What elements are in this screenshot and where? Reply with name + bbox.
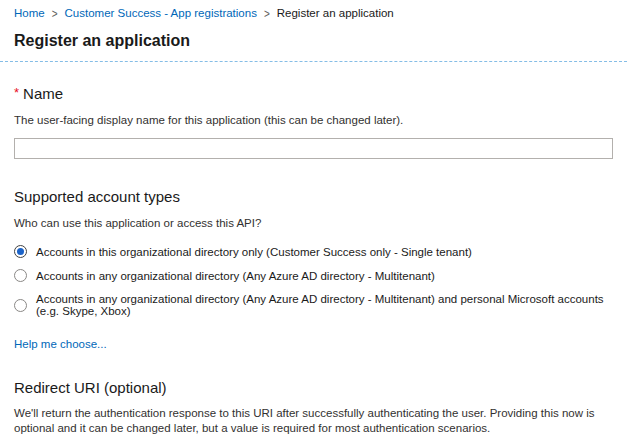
required-asterisk: * [14,85,19,100]
breadcrumb-current-page: Register an application [277,7,394,19]
radio-option-label: Accounts in any organizational directory… [36,293,613,317]
radio-dot [17,302,24,309]
register-application-page: Home > Customer Success - App registrati… [0,0,627,437]
breadcrumb: Home > Customer Success - App registrati… [14,0,613,19]
radio-option-label: Accounts in any organizational directory… [36,270,435,282]
account-type-option-multitenant-personal[interactable]: Accounts in any organizational directory… [14,293,613,317]
breadcrumb-home-link[interactable]: Home [14,7,45,19]
name-input[interactable] [14,138,613,159]
radio-button-icon[interactable] [14,245,27,258]
page-title: Register an application [14,32,613,50]
radio-button-icon[interactable] [14,269,27,282]
chevron-right-icon: > [264,6,270,19]
radio-option-label: Accounts in this organizational director… [36,246,472,258]
radio-dot [17,248,24,255]
help-me-choose-link[interactable]: Help me choose... [14,338,107,350]
supported-account-types-heading: Supported account types [14,188,613,205]
radio-button-icon[interactable] [14,299,27,312]
breadcrumb-app-registrations-link[interactable]: Customer Success - App registrations [65,7,257,19]
radio-dot [17,272,24,279]
name-section-heading: *Name [14,85,613,103]
redirect-uri-heading: Redirect URI (optional) [14,379,613,396]
name-label: Name [23,85,63,102]
account-type-option-single-tenant[interactable]: Accounts in this organizational director… [14,245,613,258]
account-type-option-multitenant[interactable]: Accounts in any organizational directory… [14,269,613,282]
account-types-question: Who can use this application or access t… [14,216,613,231]
name-description: The user-facing display name for this ap… [14,113,613,128]
dashed-divider [0,61,627,62]
chevron-right-icon: > [52,6,58,19]
redirect-uri-description: We'll return the authentication response… [14,406,613,436]
